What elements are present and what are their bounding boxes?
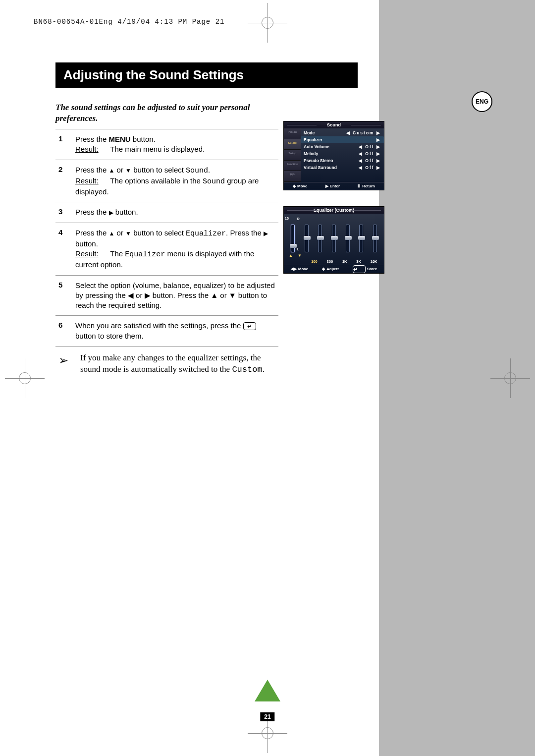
text: Press the	[75, 208, 109, 216]
step-number: 1	[58, 134, 75, 155]
step-4: 4 Press the ▲ or ▼ button to select Equa…	[55, 223, 278, 275]
sound-mono: Sound	[203, 177, 225, 186]
hint-enter: ▶Enter	[325, 184, 340, 188]
label: Pseudo Stereo	[304, 157, 333, 164]
eq-sliders: 10 R L	[284, 214, 384, 253]
text: .	[263, 364, 265, 374]
eq-band-1k	[346, 225, 350, 252]
eq-band-labels: .. 100 300 1K 3K 10K	[284, 259, 384, 265]
up-icon: ▲	[289, 253, 293, 259]
osd-footer: ◀▶Move ◆Adjust ↵Store	[284, 265, 384, 273]
print-header: BN68-00654A-01Eng 4/19/04 4:13 PM Page 2…	[34, 18, 224, 26]
note-arrow-icon: ➢	[58, 352, 80, 376]
step-6: 6 When you are satisfied with the settin…	[55, 315, 278, 346]
text: . Press the	[226, 229, 264, 237]
value: ◀ Off ▶	[359, 143, 381, 150]
text: When you are satisfied with the settings…	[75, 321, 243, 330]
step-1: 1 Press the MENU button. Result: The mai…	[55, 129, 278, 160]
step-text: Press the ▲ or ▼ button to select Equali…	[75, 228, 278, 270]
eq-band-100	[318, 225, 322, 252]
eq-label-300: 300	[327, 259, 333, 264]
label: Equalizer	[304, 136, 322, 143]
step-number: 4	[58, 228, 75, 270]
eq-label-100: 100	[311, 259, 318, 264]
label: Store	[367, 267, 377, 271]
page-title: Adjusting the Sound Settings	[55, 62, 358, 88]
eq-thumb	[331, 236, 338, 240]
osd-item-melody: Melody◀ Off ▶	[304, 150, 381, 157]
step-number: 5	[58, 281, 75, 311]
text: button to select	[131, 166, 186, 174]
osd-tab-sound: Sound	[284, 139, 301, 150]
eq-band-10k	[373, 225, 377, 252]
eq-track	[346, 225, 350, 252]
text: .	[208, 166, 210, 174]
eq-thumb	[372, 236, 379, 240]
step-text: Press the ▶ button.	[75, 207, 278, 217]
page-continue-icon	[255, 680, 280, 701]
updown-icon: ◆	[293, 184, 296, 188]
crop-mark-right	[495, 363, 525, 393]
label: Virtual Surround	[304, 164, 337, 171]
enter-icon: ↵	[243, 322, 256, 330]
label: Adjust	[326, 267, 339, 271]
text: button to store them.	[75, 332, 144, 340]
label: Mode	[304, 129, 315, 136]
note-text: If you make any changes to the equalizer…	[80, 352, 278, 376]
equalizer-mono: Equalizer	[186, 230, 226, 238]
label: Return	[362, 184, 375, 188]
osd-tab-picture: Picture	[284, 128, 301, 139]
menu-bold: MENU	[109, 135, 131, 143]
step-3: 3 Press the ▶ button.	[55, 202, 278, 222]
eq-track	[373, 225, 377, 252]
hint-move: ◆Move	[293, 184, 307, 188]
crop-mark-left	[10, 363, 40, 393]
note: ➢ If you make any changes to the equaliz…	[55, 346, 278, 376]
leftright-icon: ◀▶	[291, 267, 297, 271]
enter-icon: ↵	[353, 265, 366, 273]
step-number: 3	[58, 207, 75, 217]
osd-side-tabs: Picture Sound Setup Function PIP	[284, 128, 301, 182]
osd-title: Equalizer (Custom)	[284, 207, 384, 214]
label: Melody	[304, 150, 318, 157]
up-icon: ▲	[109, 230, 115, 236]
right-icon: ▶	[264, 230, 268, 236]
osd-title: Sound	[284, 121, 384, 128]
hint-adjust: ◆Adjust	[322, 267, 339, 271]
label: Move	[297, 184, 307, 188]
label: Auto Volume	[304, 143, 329, 150]
eq-band-300	[332, 225, 336, 252]
text: button to select	[131, 229, 186, 237]
menu-icon: Ⅲ	[358, 184, 361, 188]
osd-item-virtualsurround: Virtual Surround◀ Off ▶	[304, 164, 381, 171]
text: Press the	[75, 135, 109, 143]
right-icon: ▶	[325, 184, 328, 188]
value: ◀ Off ▶	[359, 164, 381, 171]
crop-mark-bottom	[258, 723, 277, 743]
eq-band-vol	[305, 225, 309, 252]
right-icon: ▶	[109, 209, 113, 216]
eq-track	[318, 225, 322, 252]
language-badge: ENG	[472, 91, 492, 112]
text: Press the	[75, 229, 109, 237]
instruction-steps: 1 Press the MENU button. Result: The mai…	[55, 129, 278, 376]
step-5: 5 Select the option (volume, balance, eq…	[55, 275, 278, 316]
result-text: The	[110, 249, 125, 258]
value: ◀ Off ▶	[359, 157, 381, 164]
intro-text: The sound settings can be adjusted to su…	[55, 102, 273, 124]
osd-tab-setup: Setup	[284, 150, 301, 161]
text: button.	[75, 239, 98, 248]
hint-move: ◀▶Move	[291, 267, 308, 271]
eq-thumb	[304, 236, 311, 240]
osd-item-mode: Mode◀ Custom ▶	[304, 129, 381, 136]
eq-scale-top: 10	[285, 217, 289, 221]
osd-item-pseudostereo: Pseudo Stereo◀ Off ▶	[304, 157, 381, 164]
hint-store: ↵Store	[353, 265, 377, 273]
label: Move	[298, 267, 308, 271]
updown-icon: ◆	[322, 267, 325, 271]
eq-band-3k	[359, 225, 363, 252]
osd-tab-pip: PIP	[284, 171, 301, 182]
eq-label-1k: 1K	[342, 259, 347, 264]
text: or	[114, 166, 125, 174]
step-text: Press the MENU button. Result: The main …	[75, 134, 278, 155]
